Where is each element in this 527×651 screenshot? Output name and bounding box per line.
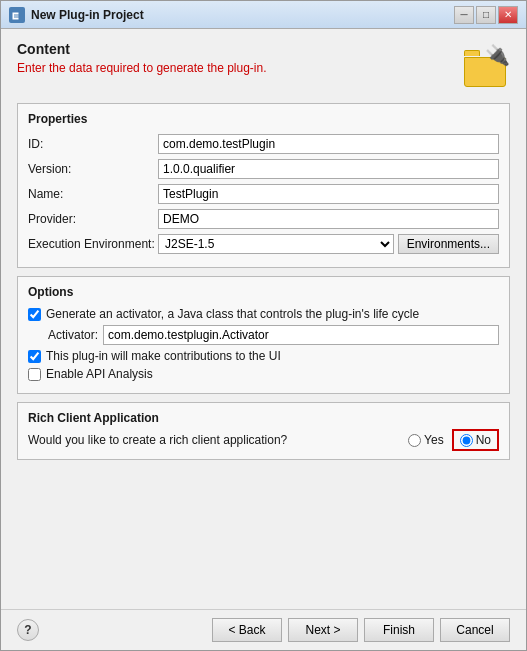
provider-input[interactable] (158, 209, 499, 229)
checkbox3-row: Enable API Analysis (28, 367, 499, 381)
content-title: Content (17, 41, 267, 57)
id-input[interactable] (158, 134, 499, 154)
environments-button[interactable]: Environments... (398, 234, 499, 254)
checkbox3-input[interactable] (28, 368, 41, 381)
rca-section: Rich Client Application Would you like t… (17, 402, 510, 460)
svg-rect-0 (12, 12, 19, 20)
activator-label: Activator: (48, 328, 98, 342)
help-button[interactable]: ? (17, 619, 39, 641)
radio-no-label: No (476, 433, 491, 447)
checkbox1-input[interactable] (28, 308, 41, 321)
provider-row: Provider: (28, 209, 499, 229)
plug-icon: 🔌 (485, 43, 510, 67)
finish-button[interactable]: Finish (364, 618, 434, 642)
window-controls: ─ □ ✕ (454, 6, 518, 24)
version-row: Version: (28, 159, 499, 179)
checkbox2-input[interactable] (28, 350, 41, 363)
back-button[interactable]: < Back (212, 618, 282, 642)
id-label: ID: (28, 137, 158, 151)
rca-question: Would you like to create a rich client a… (28, 433, 287, 447)
radio-group: Yes No (408, 429, 499, 451)
content-area: Content Enter the data required to gener… (1, 29, 526, 609)
checkbox2-row: This plug-in will make contributions to … (28, 349, 499, 363)
rca-question-row: Would you like to create a rich client a… (28, 429, 499, 451)
properties-title: Properties (28, 112, 499, 126)
rca-title: Rich Client Application (28, 411, 499, 425)
checkbox1-row: Generate an activator, a Java class that… (28, 307, 499, 321)
activator-row: Activator: (48, 325, 499, 345)
minimize-button[interactable]: ─ (454, 6, 474, 24)
activator-input[interactable] (103, 325, 499, 345)
window-title: New Plug-in Project (31, 8, 454, 22)
footer-buttons: < Back Next > Finish Cancel (212, 618, 510, 642)
checkbox3-label: Enable API Analysis (46, 367, 153, 381)
content-subtitle: Enter the data required to generate the … (17, 61, 267, 75)
next-button[interactable]: Next > (288, 618, 358, 642)
env-label: Execution Environment: (28, 237, 158, 251)
checkbox1-label: Generate an activator, a Java class that… (46, 307, 419, 321)
radio-yes-input[interactable] (408, 434, 421, 447)
window-icon (9, 7, 25, 23)
cancel-button[interactable]: Cancel (440, 618, 510, 642)
properties-section: Properties ID: Version: Name: Provider: … (17, 103, 510, 268)
name-label: Name: (28, 187, 158, 201)
options-section: Options Generate an activator, a Java cl… (17, 276, 510, 394)
options-title: Options (28, 285, 499, 299)
header-row: Content Enter the data required to gener… (17, 41, 510, 89)
footer: ? < Back Next > Finish Cancel (1, 609, 526, 650)
radio-yes-label: Yes (424, 433, 444, 447)
provider-label: Provider: (28, 212, 158, 226)
env-select[interactable]: J2SE-1.5 (158, 234, 394, 254)
header-left: Content Enter the data required to gener… (17, 41, 267, 75)
id-row: ID: (28, 134, 499, 154)
close-button[interactable]: ✕ (498, 6, 518, 24)
maximize-button[interactable]: □ (476, 6, 496, 24)
folder-tab-shape (464, 50, 480, 56)
checkbox2-label: This plug-in will make contributions to … (46, 349, 281, 363)
title-bar: New Plug-in Project ─ □ ✕ (1, 1, 526, 29)
version-label: Version: (28, 162, 158, 176)
name-row: Name: (28, 184, 499, 204)
env-select-wrap: J2SE-1.5 Environments... (158, 234, 499, 254)
env-row: Execution Environment: J2SE-1.5 Environm… (28, 234, 499, 254)
radio-yes-option: Yes (408, 433, 444, 447)
header-icon: 🔌 (462, 41, 510, 89)
radio-no-option: No (452, 429, 499, 451)
version-input[interactable] (158, 159, 499, 179)
radio-no-input[interactable] (460, 434, 473, 447)
name-input[interactable] (158, 184, 499, 204)
window: New Plug-in Project ─ □ ✕ Content Enter … (0, 0, 527, 651)
